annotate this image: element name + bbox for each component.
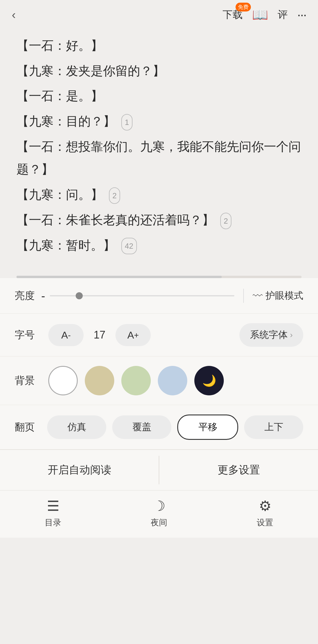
bg-green[interactable]: [121, 366, 151, 395]
divider: [243, 289, 244, 303]
text-line-5: 【九寒：问。】 2: [16, 183, 302, 206]
comment-bubble-7[interactable]: 42: [121, 238, 137, 254]
night-icon: ☽: [153, 498, 165, 514]
font-label: 字号: [15, 328, 41, 342]
pageturn-fanzhen[interactable]: 仿真: [47, 415, 106, 439]
review-button[interactable]: 评: [278, 8, 288, 22]
font-increase-button[interactable]: A+: [115, 324, 151, 346]
free-badge: 免费: [236, 3, 251, 11]
nav-night[interactable]: ☽ 夜间: [106, 498, 212, 528]
text-line-4: 【一石：想投靠你们。九寒，我能不能先问你一个问题？】: [16, 135, 302, 181]
reading-content: 【一石：好。】 【九寒：发夹是你留的？】 【一石：是。】 【九寒：目的？】 1 …: [0, 28, 318, 270]
settings-label: 设置: [257, 517, 273, 528]
text-line-7: 【九寒：暂时。】 42: [16, 234, 302, 257]
brightness-label: 亮度: [15, 289, 41, 303]
comment-bubble-5[interactable]: 2: [109, 187, 120, 204]
review-label: 评: [278, 8, 288, 22]
book-icon[interactable]: 📖: [252, 7, 268, 22]
brightness-controls: - 〰 护眼模式: [41, 289, 303, 303]
auto-read-button[interactable]: 开启自动阅读: [0, 450, 159, 490]
comment-bubble-3[interactable]: 1: [121, 114, 132, 131]
eye-mode-label: 护眼模式: [266, 289, 303, 302]
pageturn-fugai[interactable]: 覆盖: [112, 415, 171, 439]
top-bar-left: ‹: [12, 8, 16, 22]
bg-blue[interactable]: [158, 366, 187, 395]
download-button[interactable]: 下载 免费: [223, 8, 243, 22]
pageturn-label: 翻页: [15, 420, 41, 434]
nav-catalog[interactable]: ☰ 目录: [0, 498, 106, 528]
pageturn-pingyi[interactable]: 平移: [177, 415, 238, 440]
background-row: 背景 🌙: [0, 356, 318, 405]
moon-icon: 🌙: [202, 374, 216, 387]
chevron-right-icon: ›: [290, 330, 293, 340]
back-button[interactable]: ‹: [12, 8, 16, 22]
brightness-thumb: [76, 292, 83, 299]
text-line-3: 【九寒：目的？】 1: [16, 110, 302, 133]
more-settings-button[interactable]: 更多设置: [159, 450, 318, 490]
night-label: 夜间: [151, 517, 167, 528]
settings-icon: ⚙: [259, 498, 271, 514]
comment-bubble-6[interactable]: 2: [220, 213, 231, 229]
progress-bar-fill: [16, 276, 222, 278]
bg-white[interactable]: [48, 366, 78, 395]
catalog-label: 目录: [45, 517, 61, 528]
brightness-decrease[interactable]: -: [41, 289, 45, 303]
top-bar: ‹ 下载 免费 📖 评 ···: [0, 0, 318, 28]
more-button[interactable]: ···: [297, 7, 306, 22]
text-line-1: 【九寒：发夹是你留的？】: [16, 60, 302, 82]
pageturn-shangxia[interactable]: 上下: [244, 415, 303, 439]
bg-dark[interactable]: 🌙: [194, 366, 224, 395]
settings-panel: 亮度 - 〰 护眼模式 字号 A- 17 A+ 系统字体 › 背景: [0, 278, 318, 490]
font-row: 字号 A- 17 A+ 系统字体 ›: [0, 314, 318, 356]
eye-mode-toggle[interactable]: 〰 护眼模式: [253, 289, 303, 302]
catalog-icon: ☰: [47, 498, 59, 514]
font-type-label: 系统字体: [250, 328, 288, 341]
font-size-value: 17: [91, 329, 108, 341]
eye-icon: 〰: [253, 290, 263, 302]
brightness-slider[interactable]: [50, 295, 234, 296]
text-line-0: 【一石：好。】: [16, 34, 302, 57]
top-bar-right: 下载 免费 📖 评 ···: [223, 7, 306, 22]
bg-label: 背景: [15, 374, 41, 387]
pageturn-row: 翻页 仿真 覆盖 平移 上下: [0, 405, 318, 450]
text-line-2: 【一石：是。】: [16, 85, 302, 108]
progress-bar[interactable]: [16, 276, 302, 278]
bottom-actions: 开启自动阅读 更多设置: [0, 450, 318, 490]
bottom-nav: ☰ 目录 ☽ 夜间 ⚙ 设置: [0, 490, 318, 538]
font-decrease-button[interactable]: A-: [48, 324, 84, 346]
nav-settings[interactable]: ⚙ 设置: [212, 498, 318, 528]
bg-beige[interactable]: [85, 366, 114, 395]
brightness-row: 亮度 - 〰 护眼模式: [0, 278, 318, 314]
text-line-6: 【一石：朱雀长老真的还活着吗？】 2: [16, 209, 302, 232]
font-type-button[interactable]: 系统字体 ›: [239, 323, 303, 347]
